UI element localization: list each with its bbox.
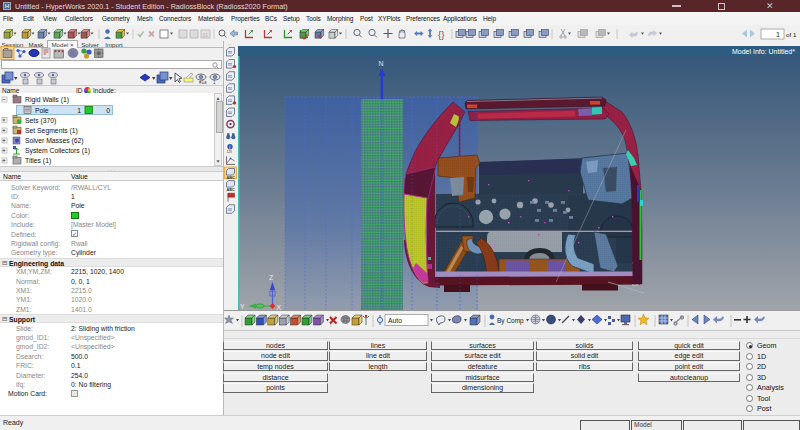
svg-text:of 1: of 1 (786, 31, 797, 38)
svg-text:Set Segments (1): Set Segments (1) (25, 127, 78, 135)
svg-text:Model Info: Untitled*: Model Info: Untitled* (732, 48, 795, 55)
svg-text:1: 1 (776, 31, 780, 38)
svg-text:Titles (1): Titles (1) (25, 157, 51, 165)
svg-text:{}: {} (438, 29, 444, 40)
svg-text:123: 123 (227, 150, 233, 154)
svg-text:1: 1 (77, 107, 81, 114)
svg-text:ABC: ABC (227, 188, 235, 192)
svg-text:N: N (379, 60, 384, 67)
svg-text:i: i (229, 145, 230, 150)
svg-text:01: 01 (203, 32, 209, 38)
svg-text:Solver Masses (62): Solver Masses (62) (25, 137, 84, 145)
svg-text:0: 0 (106, 107, 110, 114)
svg-text:By Comp: By Comp (497, 317, 524, 325)
svg-text:Auto: Auto (388, 317, 402, 324)
svg-text:Z: Z (269, 274, 274, 281)
svg-text:System Collectors (1): System Collectors (1) (25, 147, 90, 155)
svg-text:ABC: ABC (227, 176, 235, 180)
svg-text:Pole: Pole (35, 107, 49, 114)
svg-text:Sets (370): Sets (370) (25, 117, 56, 125)
svg-text:...: ... (228, 42, 231, 46)
svg-text:Rigid Walls (1): Rigid Walls (1) (25, 96, 69, 104)
svg-text:Y: Y (240, 303, 245, 310)
